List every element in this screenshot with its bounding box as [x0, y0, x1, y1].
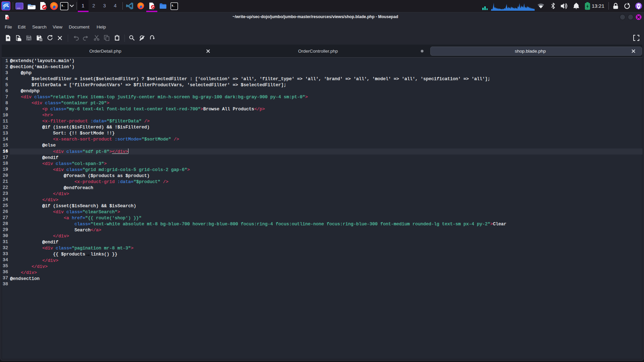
svg-text:$_: $_: [61, 4, 65, 7]
svg-text:$_: $_: [172, 4, 175, 7]
